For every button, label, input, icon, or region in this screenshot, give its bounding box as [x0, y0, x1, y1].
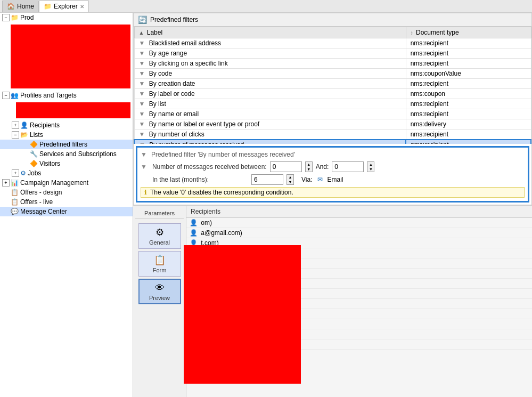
recipient-row[interactable]: 👤 om) — [186, 218, 532, 228]
filter-row[interactable]: ▼ By code nms:couponValue — [134, 69, 531, 79]
filter-label: ▼ By clicking on a specific link — [134, 59, 406, 69]
sidebar-item-campaign-label: Campaign Management — [20, 179, 88, 187]
explorer-icon: 📁 — [44, 3, 52, 10]
filter-funnel-small: ▼ — [139, 141, 145, 144]
general-label: General — [149, 239, 170, 246]
sidebar-item-predefined-filters[interactable]: 🔶 Predefined filters — [0, 140, 133, 149]
via-label: Via: — [301, 176, 312, 183]
filter-row[interactable]: ▼ By age range nms:recipient — [134, 48, 531, 59]
refresh-icon: 🔄 — [138, 15, 147, 24]
expand-jobs[interactable]: + — [12, 169, 19, 177]
jobs-icon: ⚙ — [20, 169, 26, 177]
sidebar-item-offers-design[interactable]: 📋 Offers - design — [0, 188, 133, 197]
lists-folder-icon: 📂 — [20, 131, 28, 139]
expand-lists[interactable]: − — [12, 131, 19, 139]
sidebar-item-message-center[interactable]: 💬 Message Center — [0, 207, 133, 216]
spin2-up[interactable]: ▲ — [367, 162, 374, 167]
recipients-redacted — [186, 245, 301, 384]
info-text: The value '0' disables the corresponding… — [150, 189, 293, 196]
tab-home[interactable]: 🏠 Home — [2, 1, 39, 12]
expand-profiles[interactable]: − — [2, 92, 10, 99]
filter-row[interactable]: ▼ By list nms:recipient — [134, 99, 531, 109]
preview-row2: In the last (months): ▲ ▼ Via: ✉ Email — [141, 174, 525, 185]
spin1-down[interactable]: ▼ — [306, 167, 312, 172]
months-input[interactable] — [251, 174, 283, 185]
col-label[interactable]: ▲ ▲ Label Label — [134, 27, 406, 38]
filter-label: ▼ By code — [134, 69, 406, 79]
message-center-icon: 💬 — [11, 208, 19, 215]
sidebar-item-services[interactable]: 🔧 Services and Subscriptions — [0, 149, 133, 159]
tab-explorer-label: Explorer — [54, 3, 78, 10]
sidebar-item-jobs[interactable]: + ⚙ Jobs — [0, 168, 133, 178]
left-nav: Parameters ⚙ General 📋 Form 👁 Preview — [133, 206, 186, 397]
sidebar-item-campaign[interactable]: + 📊 Campaign Management — [0, 178, 133, 188]
filter-label: ▼ By name or email — [134, 109, 406, 119]
folder-icon: 📁 — [11, 14, 19, 21]
spin2-down[interactable]: ▼ — [367, 167, 374, 172]
filter-row[interactable]: ▼ Blacklisted email address nms:recipien… — [134, 38, 531, 48]
preview-row1: ▼ Number of messages received between: ▲… — [141, 161, 525, 172]
sidebar-item-visitors[interactable]: 🔶 Visitors — [0, 159, 133, 168]
preview-header: ▼ Predefined filter 'By number of messag… — [141, 151, 525, 158]
expand-recipients[interactable]: + — [12, 121, 19, 129]
filters-panel: 🔄 Predefined filters ▲ ▲ Label Label — [133, 13, 532, 205]
parameters-label: Parameters — [135, 210, 184, 219]
filter-funnel-small: ▼ — [139, 110, 145, 118]
sidebar-item-message-center-label: Message Center — [20, 208, 67, 215]
sidebar-item-offers-live[interactable]: 📋 Offers - live — [0, 197, 133, 207]
recipient-row[interactable]: 👤 a@gmail.com) — [186, 228, 532, 238]
spin2[interactable]: ▲ ▼ — [367, 161, 374, 172]
spin1[interactable]: ▲ ▼ — [305, 161, 313, 172]
spin3-up[interactable]: ▲ — [287, 175, 293, 180]
preview-icon: 👁 — [155, 282, 165, 294]
spin3[interactable]: ▲ ▼ — [287, 174, 294, 185]
filter-row[interactable]: ▼ By label or code nms:coupon — [134, 89, 531, 99]
expand-prod[interactable]: − — [2, 14, 10, 21]
spin1-up[interactable]: ▲ — [306, 162, 312, 167]
value2-input[interactable] — [332, 161, 364, 172]
filter-doctype: nms:coupon — [406, 89, 531, 99]
filter-row[interactable]: ▼ By number of messages received nms:rec… — [134, 140, 531, 144]
info-icon: ℹ — [144, 189, 147, 196]
filter-row[interactable]: ▼ By creation date nms:recipient — [134, 79, 531, 89]
sidebar-item-predefined-label: Predefined filters — [39, 141, 87, 148]
filter-doctype: nms:recipient — [406, 140, 531, 144]
value1-input[interactable] — [270, 161, 302, 172]
sidebar-item-lists[interactable]: − 📂 Lists — [0, 130, 133, 140]
spin3-down[interactable]: ▼ — [287, 180, 293, 184]
filters-scroll-area[interactable]: ▲ ▲ Label Label ↕ Document type — [134, 27, 531, 144]
sidebar-item-recipients[interactable]: + 👤 Recipients — [0, 120, 133, 130]
filter-row[interactable]: ▼ By name or label or event type or proo… — [134, 119, 531, 129]
visitors-icon: 🔶 — [30, 160, 38, 167]
sidebar-item-prod[interactable]: − 📁 Prod — [0, 13, 133, 22]
sidebar-item-profiles[interactable]: − 👥 Profiles and Targets — [0, 91, 133, 100]
preview-panel: ▼ Predefined filter 'By number of messag… — [136, 146, 529, 202]
preview-button[interactable]: 👁 Preview — [138, 279, 181, 304]
filter-label: ▼ By age range — [134, 48, 406, 59]
sort-icon: ▲ — [139, 30, 144, 36]
filter-funnel-small: ▼ — [139, 50, 145, 57]
sidebar-item-lists-label: Lists — [30, 131, 43, 139]
filter-doctype: nms:recipient — [406, 99, 531, 109]
tab-bar: 🏠 Home 📁 Explorer ✕ — [0, 0, 532, 13]
filter-row[interactable]: ▼ By name or email nms:recipient — [134, 109, 531, 119]
sidebar-item-profiles-label: Profiles and Targets — [20, 92, 77, 99]
service-icon: 🔧 — [30, 150, 38, 158]
expand-campaign[interactable]: + — [2, 179, 10, 187]
campaign-icon: 📊 — [11, 179, 19, 187]
filter-doctype: nms:recipient — [406, 129, 531, 140]
info-row: ℹ The value '0' disables the correspondi… — [141, 187, 525, 198]
general-icon: ⚙ — [155, 226, 164, 238]
filter-label: ▼ By number of clicks — [134, 129, 406, 140]
preview-title: Predefined filter 'By number of messages… — [151, 151, 295, 158]
recipients-table-area[interactable]: 👤 om) 👤 a@gmail.com) 👤 t.com) 👤 👤 — [186, 218, 532, 397]
filter-row[interactable]: ▼ By number of clicks nms:recipient — [134, 129, 531, 140]
close-icon[interactable]: ✕ — [80, 4, 84, 10]
sidebar-item-services-label: Services and Subscriptions — [39, 150, 117, 158]
form-button[interactable]: 📋 Form — [138, 251, 181, 277]
general-button[interactable]: ⚙ General — [138, 223, 181, 249]
tab-explorer[interactable]: 📁 Explorer ✕ — [39, 1, 89, 12]
filter-doctype: nms:recipient — [406, 79, 531, 89]
col-doctype[interactable]: ↕ Document type — [406, 27, 531, 38]
filter-row[interactable]: ▼ By clicking on a specific link nms:rec… — [134, 59, 531, 69]
